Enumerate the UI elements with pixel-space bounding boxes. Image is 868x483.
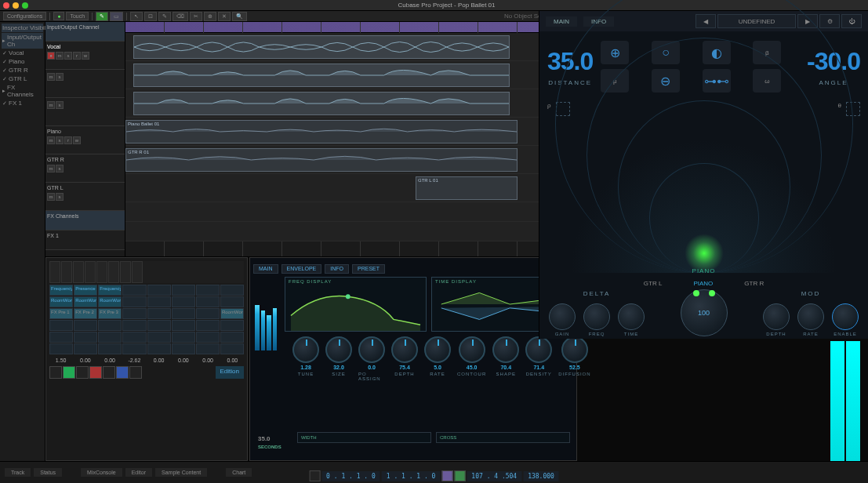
fx-header[interactable]: FX Channels [45, 211, 125, 231]
bars-display[interactable]: 107 . 4 .504 [467, 471, 521, 481]
insert-slot[interactable]: RoomWorks [74, 296, 97, 307]
plugin-tab-main[interactable]: MAIN [546, 16, 577, 27]
solo-button[interactable]: s [56, 136, 64, 144]
insert-slot[interactable] [122, 332, 146, 343]
time-knob[interactable] [618, 303, 645, 330]
insert-slot[interactable] [172, 343, 195, 354]
insert-slot[interactable] [122, 296, 146, 307]
touch-mode[interactable]: Touch [66, 12, 89, 20]
center-knob[interactable]: 100 [681, 289, 728, 336]
plugin-tab-main[interactable]: MAIN [253, 264, 278, 274]
size-knob[interactable] [325, 336, 352, 363]
insert-slot[interactable] [196, 296, 220, 307]
insert-slot[interactable] [49, 320, 73, 331]
insert-slot[interactable]: FX Pre 3 [98, 308, 122, 319]
insert-slot[interactable] [220, 296, 244, 307]
close-icon[interactable] [3, 2, 9, 9]
read-button[interactable]: r [64, 136, 72, 144]
solo-button[interactable]: s [56, 73, 64, 81]
channel-strip[interactable] [73, 261, 84, 283]
position-secondary[interactable]: 1 . 1 . 1 . 0 [382, 471, 441, 481]
channel-strip[interactable] [120, 261, 131, 283]
cycle-button[interactable] [116, 366, 129, 379]
channel-strip[interactable] [96, 261, 107, 283]
write-button[interactable]: w [82, 52, 89, 60]
play-button[interactable] [63, 366, 75, 379]
insert-slot[interactable] [172, 296, 195, 307]
insert-slot[interactable] [196, 308, 220, 319]
mute-button[interactable]: m [47, 73, 55, 81]
config-dropdown[interactable]: Configurations [3, 12, 46, 20]
insert-slot[interactable] [122, 320, 146, 331]
insert-slot[interactable] [147, 343, 171, 354]
depth-knob[interactable] [763, 303, 790, 330]
tool-button[interactable]: ✎ [96, 12, 108, 21]
track-header[interactable]: Pianomsrw [45, 126, 125, 154]
fader-value[interactable]: 0.00 [74, 358, 96, 363]
tab-status[interactable]: Status [34, 468, 62, 477]
tab-track[interactable]: Track [5, 468, 31, 477]
insert-slot[interactable] [122, 285, 146, 296]
mute-button[interactable]: r [73, 52, 81, 60]
channel-strip[interactable] [108, 261, 119, 283]
rate-knob[interactable] [797, 303, 824, 330]
track-header[interactable]: FX 1 [45, 231, 125, 250]
track-item[interactable]: ✓ GTR R [2, 66, 43, 74]
insert-slot[interactable] [74, 332, 97, 343]
insert-slot[interactable]: RoomWorks [49, 296, 73, 307]
write-button[interactable]: w [73, 136, 81, 144]
plugin-tab-preset[interactable]: PRESET [352, 264, 385, 274]
edition-button[interactable]: Edition [216, 366, 244, 379]
mute-button[interactable]: m [47, 136, 55, 144]
record-enable[interactable]: ● [47, 52, 55, 60]
channel-strip[interactable] [132, 261, 143, 283]
insert-slot[interactable] [98, 343, 122, 354]
insert-slot[interactable] [220, 343, 244, 354]
minimize-icon[interactable] [13, 2, 19, 9]
loop-button[interactable] [441, 470, 452, 481]
tool-range[interactable]: ⊡ [144, 12, 157, 21]
insert-slot[interactable] [196, 320, 220, 331]
play-button[interactable] [454, 470, 465, 481]
insert-slot[interactable] [196, 332, 220, 343]
track-header[interactable]: GTR Lms [45, 183, 125, 211]
tool-glue[interactable]: ⊕ [204, 12, 216, 21]
channel-strip[interactable] [85, 261, 96, 283]
tool-split[interactable]: ✂ [190, 12, 202, 21]
insert-slot[interactable] [49, 343, 73, 354]
mute-button[interactable]: m [47, 193, 55, 201]
insert-slot[interactable]: Presence [74, 285, 97, 296]
track-item[interactable]: ✓ GTR L [2, 74, 43, 83]
insert-slot[interactable]: Frequency [98, 285, 122, 296]
po assign-knob[interactable] [358, 336, 385, 363]
insert-slot[interactable] [196, 343, 220, 354]
insert-slot[interactable] [220, 332, 244, 343]
loop-button[interactable] [103, 366, 115, 379]
cross-slider[interactable]: CROSS [436, 432, 570, 443]
solo-button[interactable]: s [56, 101, 64, 109]
insert-slot[interactable] [74, 343, 97, 354]
stop-button[interactable] [76, 366, 89, 379]
insert-slot[interactable] [74, 320, 97, 331]
fader-value[interactable]: 0.00 [197, 358, 220, 363]
insert-slot[interactable] [98, 320, 122, 331]
insert-slot[interactable] [196, 285, 220, 296]
fader-value[interactable]: 0.00 [221, 358, 244, 363]
spatial-radar[interactable]: PIANO GTR L PIANO GTR R [547, 116, 860, 273]
solo-button[interactable]: s [56, 193, 64, 201]
io-header[interactable]: ▸ Input/Output Ch [2, 33, 43, 49]
enable-knob[interactable] [832, 303, 859, 330]
record-button[interactable] [89, 366, 102, 379]
track-item[interactable]: ▸ FX Channels [2, 83, 43, 99]
shape-knob[interactable] [492, 336, 519, 363]
channel-strip[interactable] [61, 261, 72, 283]
tab-chart[interactable]: Chart [226, 468, 252, 477]
plugin-tab-info[interactable]: INFO [325, 264, 349, 274]
insert-slot[interactable] [98, 332, 122, 343]
position-primary[interactable]: 0 . 1 . 1 . 0 [321, 471, 380, 481]
track-header[interactable]: Vocal●msrw [45, 42, 125, 70]
contour-knob[interactable] [459, 336, 485, 363]
seconds-value[interactable]: 35.0 [258, 435, 271, 442]
freq-display[interactable]: FREQ DISPLAY [285, 277, 427, 332]
fader-value[interactable]: -2.62 [123, 358, 146, 363]
